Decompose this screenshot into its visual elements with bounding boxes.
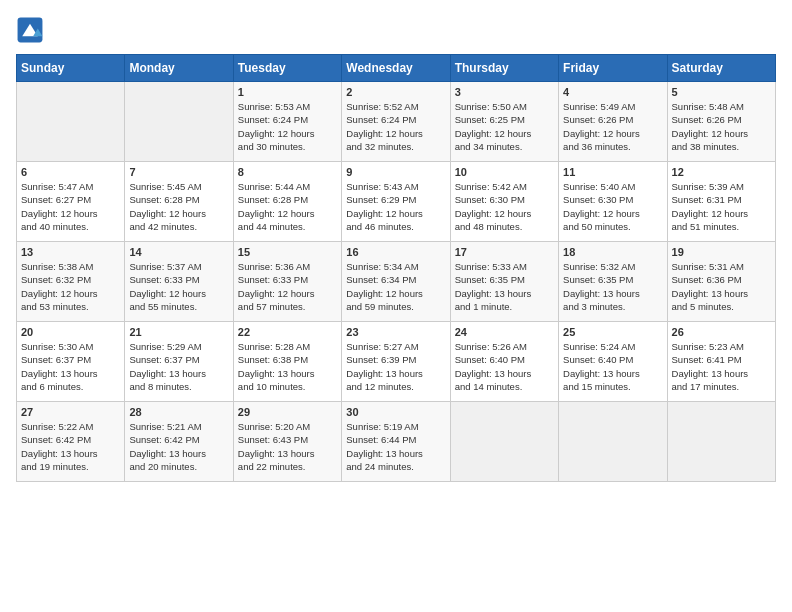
day-number: 20 xyxy=(21,326,120,338)
day-number: 24 xyxy=(455,326,554,338)
weekday-header: Wednesday xyxy=(342,55,450,82)
day-info: Sunrise: 5:40 AM Sunset: 6:30 PM Dayligh… xyxy=(563,180,662,233)
calendar-week-row: 6Sunrise: 5:47 AM Sunset: 6:27 PM Daylig… xyxy=(17,162,776,242)
calendar-cell: 23Sunrise: 5:27 AM Sunset: 6:39 PM Dayli… xyxy=(342,322,450,402)
day-info: Sunrise: 5:24 AM Sunset: 6:40 PM Dayligh… xyxy=(563,340,662,393)
day-number: 29 xyxy=(238,406,337,418)
weekday-header: Sunday xyxy=(17,55,125,82)
calendar-cell: 16Sunrise: 5:34 AM Sunset: 6:34 PM Dayli… xyxy=(342,242,450,322)
calendar-cell: 29Sunrise: 5:20 AM Sunset: 6:43 PM Dayli… xyxy=(233,402,341,482)
calendar-cell: 9Sunrise: 5:43 AM Sunset: 6:29 PM Daylig… xyxy=(342,162,450,242)
calendar-cell: 27Sunrise: 5:22 AM Sunset: 6:42 PM Dayli… xyxy=(17,402,125,482)
calendar-cell: 11Sunrise: 5:40 AM Sunset: 6:30 PM Dayli… xyxy=(559,162,667,242)
day-number: 5 xyxy=(672,86,771,98)
day-number: 26 xyxy=(672,326,771,338)
calendar-cell: 28Sunrise: 5:21 AM Sunset: 6:42 PM Dayli… xyxy=(125,402,233,482)
day-info: Sunrise: 5:43 AM Sunset: 6:29 PM Dayligh… xyxy=(346,180,445,233)
calendar-cell: 2Sunrise: 5:52 AM Sunset: 6:24 PM Daylig… xyxy=(342,82,450,162)
calendar-cell: 3Sunrise: 5:50 AM Sunset: 6:25 PM Daylig… xyxy=(450,82,558,162)
day-number: 15 xyxy=(238,246,337,258)
day-number: 7 xyxy=(129,166,228,178)
weekday-header: Saturday xyxy=(667,55,775,82)
day-info: Sunrise: 5:48 AM Sunset: 6:26 PM Dayligh… xyxy=(672,100,771,153)
logo-icon xyxy=(16,16,44,44)
calendar-cell: 21Sunrise: 5:29 AM Sunset: 6:37 PM Dayli… xyxy=(125,322,233,402)
page-header xyxy=(16,16,776,44)
day-info: Sunrise: 5:27 AM Sunset: 6:39 PM Dayligh… xyxy=(346,340,445,393)
day-info: Sunrise: 5:19 AM Sunset: 6:44 PM Dayligh… xyxy=(346,420,445,473)
calendar-cell xyxy=(559,402,667,482)
calendar-week-row: 13Sunrise: 5:38 AM Sunset: 6:32 PM Dayli… xyxy=(17,242,776,322)
day-number: 12 xyxy=(672,166,771,178)
day-number: 25 xyxy=(563,326,662,338)
day-number: 10 xyxy=(455,166,554,178)
day-number: 3 xyxy=(455,86,554,98)
day-number: 18 xyxy=(563,246,662,258)
day-info: Sunrise: 5:52 AM Sunset: 6:24 PM Dayligh… xyxy=(346,100,445,153)
day-info: Sunrise: 5:39 AM Sunset: 6:31 PM Dayligh… xyxy=(672,180,771,233)
day-info: Sunrise: 5:26 AM Sunset: 6:40 PM Dayligh… xyxy=(455,340,554,393)
day-info: Sunrise: 5:30 AM Sunset: 6:37 PM Dayligh… xyxy=(21,340,120,393)
day-info: Sunrise: 5:21 AM Sunset: 6:42 PM Dayligh… xyxy=(129,420,228,473)
calendar-cell: 26Sunrise: 5:23 AM Sunset: 6:41 PM Dayli… xyxy=(667,322,775,402)
calendar-week-row: 20Sunrise: 5:30 AM Sunset: 6:37 PM Dayli… xyxy=(17,322,776,402)
calendar-cell xyxy=(17,82,125,162)
day-info: Sunrise: 5:31 AM Sunset: 6:36 PM Dayligh… xyxy=(672,260,771,313)
day-info: Sunrise: 5:38 AM Sunset: 6:32 PM Dayligh… xyxy=(21,260,120,313)
calendar-cell xyxy=(125,82,233,162)
day-number: 23 xyxy=(346,326,445,338)
weekday-header: Friday xyxy=(559,55,667,82)
day-number: 14 xyxy=(129,246,228,258)
weekday-header-row: SundayMondayTuesdayWednesdayThursdayFrid… xyxy=(17,55,776,82)
calendar-cell: 10Sunrise: 5:42 AM Sunset: 6:30 PM Dayli… xyxy=(450,162,558,242)
calendar-cell: 14Sunrise: 5:37 AM Sunset: 6:33 PM Dayli… xyxy=(125,242,233,322)
calendar-cell: 8Sunrise: 5:44 AM Sunset: 6:28 PM Daylig… xyxy=(233,162,341,242)
day-info: Sunrise: 5:32 AM Sunset: 6:35 PM Dayligh… xyxy=(563,260,662,313)
day-info: Sunrise: 5:34 AM Sunset: 6:34 PM Dayligh… xyxy=(346,260,445,313)
day-number: 11 xyxy=(563,166,662,178)
day-number: 1 xyxy=(238,86,337,98)
calendar-cell: 17Sunrise: 5:33 AM Sunset: 6:35 PM Dayli… xyxy=(450,242,558,322)
day-number: 21 xyxy=(129,326,228,338)
day-info: Sunrise: 5:53 AM Sunset: 6:24 PM Dayligh… xyxy=(238,100,337,153)
calendar-cell: 12Sunrise: 5:39 AM Sunset: 6:31 PM Dayli… xyxy=(667,162,775,242)
day-number: 30 xyxy=(346,406,445,418)
day-number: 2 xyxy=(346,86,445,98)
weekday-header: Monday xyxy=(125,55,233,82)
calendar-cell xyxy=(450,402,558,482)
day-number: 28 xyxy=(129,406,228,418)
calendar-cell: 13Sunrise: 5:38 AM Sunset: 6:32 PM Dayli… xyxy=(17,242,125,322)
calendar-cell: 25Sunrise: 5:24 AM Sunset: 6:40 PM Dayli… xyxy=(559,322,667,402)
day-info: Sunrise: 5:45 AM Sunset: 6:28 PM Dayligh… xyxy=(129,180,228,233)
calendar-cell: 1Sunrise: 5:53 AM Sunset: 6:24 PM Daylig… xyxy=(233,82,341,162)
calendar-week-row: 1Sunrise: 5:53 AM Sunset: 6:24 PM Daylig… xyxy=(17,82,776,162)
day-info: Sunrise: 5:49 AM Sunset: 6:26 PM Dayligh… xyxy=(563,100,662,153)
day-number: 27 xyxy=(21,406,120,418)
day-number: 16 xyxy=(346,246,445,258)
weekday-header: Tuesday xyxy=(233,55,341,82)
calendar-cell xyxy=(667,402,775,482)
day-info: Sunrise: 5:20 AM Sunset: 6:43 PM Dayligh… xyxy=(238,420,337,473)
day-number: 19 xyxy=(672,246,771,258)
day-number: 8 xyxy=(238,166,337,178)
calendar-week-row: 27Sunrise: 5:22 AM Sunset: 6:42 PM Dayli… xyxy=(17,402,776,482)
day-info: Sunrise: 5:42 AM Sunset: 6:30 PM Dayligh… xyxy=(455,180,554,233)
day-number: 4 xyxy=(563,86,662,98)
calendar-cell: 6Sunrise: 5:47 AM Sunset: 6:27 PM Daylig… xyxy=(17,162,125,242)
calendar-cell: 20Sunrise: 5:30 AM Sunset: 6:37 PM Dayli… xyxy=(17,322,125,402)
day-info: Sunrise: 5:22 AM Sunset: 6:42 PM Dayligh… xyxy=(21,420,120,473)
day-info: Sunrise: 5:36 AM Sunset: 6:33 PM Dayligh… xyxy=(238,260,337,313)
weekday-header: Thursday xyxy=(450,55,558,82)
calendar-cell: 24Sunrise: 5:26 AM Sunset: 6:40 PM Dayli… xyxy=(450,322,558,402)
day-number: 17 xyxy=(455,246,554,258)
calendar-cell: 5Sunrise: 5:48 AM Sunset: 6:26 PM Daylig… xyxy=(667,82,775,162)
day-number: 9 xyxy=(346,166,445,178)
logo xyxy=(16,16,48,44)
calendar-cell: 30Sunrise: 5:19 AM Sunset: 6:44 PM Dayli… xyxy=(342,402,450,482)
day-info: Sunrise: 5:28 AM Sunset: 6:38 PM Dayligh… xyxy=(238,340,337,393)
day-number: 22 xyxy=(238,326,337,338)
calendar-cell: 19Sunrise: 5:31 AM Sunset: 6:36 PM Dayli… xyxy=(667,242,775,322)
day-info: Sunrise: 5:23 AM Sunset: 6:41 PM Dayligh… xyxy=(672,340,771,393)
calendar-cell: 22Sunrise: 5:28 AM Sunset: 6:38 PM Dayli… xyxy=(233,322,341,402)
day-info: Sunrise: 5:33 AM Sunset: 6:35 PM Dayligh… xyxy=(455,260,554,313)
